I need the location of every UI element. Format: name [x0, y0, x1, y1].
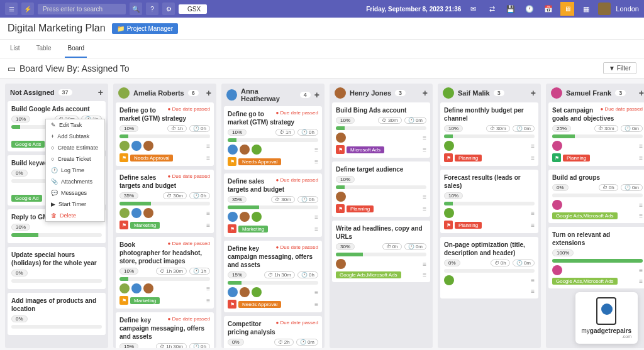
context-menu-item[interactable]: 💬Messages — [46, 187, 104, 199]
card-menu-icon[interactable]: ≡ — [639, 143, 643, 150]
card-menu-icon[interactable]: ≡ — [639, 155, 643, 161]
duration-pill: ⏱ 0h — [382, 243, 402, 250]
card-menu-icon[interactable]: ≡ — [314, 301, 318, 308]
card-menu-icon[interactable]: ≡ — [314, 226, 318, 232]
add-card-button[interactable]: + — [314, 90, 319, 100]
stock-ticker-button[interactable]: GSX — [179, 4, 207, 14]
card-menu-icon[interactable]: ≡ — [206, 143, 210, 150]
task-card[interactable]: Define monthly budget per channel10%⏱ 30… — [440, 102, 538, 166]
board-column: Anna Heatherway4+● Due date passedDefine… — [221, 84, 325, 348]
search-icon[interactable]: 🔍 — [130, 3, 142, 15]
card-menu-icon[interactable]: ≡ — [314, 146, 318, 153]
filter-button[interactable]: ▼ Filter — [603, 62, 636, 74]
column-header: Samuel Frank3+ — [546, 84, 644, 102]
calendar-icon[interactable]: 📅 — [541, 2, 555, 16]
assignee-avatar — [552, 200, 562, 210]
card-menu-icon[interactable]: ≡ — [531, 288, 535, 295]
context-menu-item[interactable]: ✎Edit Task — [46, 119, 104, 131]
save-icon[interactable]: 💾 — [504, 2, 518, 16]
view-label: Board View By: Assigned To — [19, 63, 130, 74]
task-card[interactable]: On-page optimization (title, description… — [440, 237, 538, 298]
add-card-button[interactable]: + — [639, 88, 644, 98]
flag-icon: ⚑ — [119, 296, 128, 305]
task-card[interactable]: ● Due date passedDefine sales targets an… — [224, 173, 322, 237]
context-menu-item[interactable]: 🕐Log Time — [46, 165, 104, 176]
task-card[interactable]: ● Due date passedSet campaign goals and … — [548, 102, 644, 166]
task-card[interactable]: Write ad headlines, copy and URLs30%⏱ 0h… — [332, 221, 430, 282]
board-column: Amelia Roberts6+● Due date passedDefine … — [113, 84, 216, 348]
add-card-button[interactable]: + — [98, 87, 103, 97]
bolt-icon[interactable]: ⚡ — [21, 3, 34, 15]
card-menu-icon[interactable]: ≡ — [423, 271, 426, 278]
task-card[interactable]: Build ad groups0%⏱ 0h🕐 0m≡Google Ads,Mic… — [548, 170, 644, 223]
card-footer: ≡ — [228, 287, 318, 297]
card-menu-icon[interactable]: ≡ — [639, 267, 643, 274]
card-menu-icon[interactable]: ≡ — [314, 158, 318, 165]
context-menu-item[interactable]: ▶Start Timer — [46, 199, 104, 210]
card-menu-icon[interactable]: ≡ — [423, 134, 426, 141]
tab-board[interactable]: Board — [65, 40, 87, 58]
task-card[interactable]: ● Due date passedDefine key campaign mes… — [224, 241, 322, 312]
task-card[interactable]: Build Bing Ads account10%⏱ 30m🕐 0m≡⚑Micr… — [332, 102, 430, 158]
task-card[interactable]: Define target audience10%≡⚑Planning≡ — [332, 161, 430, 217]
card-menu-icon[interactable]: ≡ — [423, 205, 426, 212]
global-search-input[interactable] — [38, 4, 126, 14]
time-icon[interactable]: 🕐 — [523, 2, 536, 16]
card-menu-icon[interactable]: ≡ — [206, 297, 210, 304]
task-card[interactable]: Build Google Ads account10%⏱ 30m🕐 1h≡Goo… — [8, 101, 106, 151]
task-card[interactable]: Add images of products and location0% — [8, 293, 106, 335]
project-manager-button[interactable]: 📁 Project Manager — [112, 23, 178, 34]
card-menu-icon[interactable]: ≡ — [423, 146, 426, 153]
card-menu-icon[interactable]: ≡ — [206, 285, 210, 292]
context-menu-item[interactable]: ○Create Ticket — [46, 153, 104, 165]
task-card[interactable]: Turn on relevant ad extensions100%≡Googl… — [548, 227, 644, 288]
context-menu-item[interactable]: ○Create Estimate — [46, 142, 104, 153]
card-menu-icon[interactable]: ≡ — [639, 278, 643, 285]
user-avatar[interactable] — [598, 3, 611, 15]
task-card[interactable]: Forecast results (leads or sales)10%≡⚑Pl… — [440, 170, 538, 233]
duration-pill: ⏱ 30m — [378, 117, 402, 124]
task-card[interactable]: ● Due date passedCompetitor pricing anal… — [224, 316, 322, 348]
assignee-avatar — [240, 287, 250, 297]
card-menu-icon[interactable]: ≡ — [531, 210, 535, 217]
card-menu-icon[interactable]: ≡ — [423, 194, 426, 200]
card-menu-icon[interactable]: ≡ — [531, 155, 535, 161]
column-title: Samuel Frank — [566, 89, 611, 97]
help-icon[interactable]: ? — [146, 3, 158, 15]
card-menu-icon[interactable]: ≡ — [206, 210, 210, 217]
context-menu-item[interactable]: 📎Attachments — [46, 176, 104, 187]
card-menu-icon[interactable]: ≡ — [639, 212, 643, 219]
grid-icon[interactable]: ▦ — [579, 2, 593, 16]
column-count: 3 — [615, 90, 626, 96]
menu-icon[interactable]: ☰ — [5, 3, 18, 15]
card-menu-icon[interactable]: ≡ — [206, 222, 210, 229]
task-card[interactable]: Update special hours (holidays) for the … — [8, 247, 106, 289]
task-card[interactable]: ● Due date passedDefine key campaign mes… — [116, 312, 214, 348]
share-icon[interactable]: ⇄ — [485, 2, 499, 16]
task-card[interactable]: ● Due date passedDefine go to market (GT… — [116, 102, 214, 166]
card-menu-icon[interactable]: ≡ — [531, 277, 535, 284]
card-menu-icon[interactable]: ≡ — [314, 214, 318, 221]
task-card[interactable]: ● Due date passedBook photographer for h… — [116, 237, 214, 309]
add-card-button[interactable]: + — [531, 88, 536, 98]
datetime-label: Friday, September 8, 2023 21:36 — [366, 6, 461, 13]
card-menu-icon[interactable]: ≡ — [423, 261, 426, 268]
progress-bar — [228, 138, 318, 142]
gear-icon[interactable]: ⚙ — [162, 3, 175, 15]
card-menu-icon[interactable]: ≡ — [206, 155, 210, 161]
task-card[interactable]: ● Due date passedDefine sales targets an… — [116, 170, 214, 233]
monitor-icon[interactable]: 🖥 — [560, 2, 574, 16]
mail-icon[interactable]: ✉ — [466, 2, 480, 16]
add-card-button[interactable]: + — [206, 88, 211, 98]
context-menu-item[interactable]: 🗑Delete — [46, 210, 104, 221]
task-card[interactable]: ● Due date passedDefine go to market (GT… — [224, 106, 322, 170]
tab-list[interactable]: List — [8, 40, 23, 58]
card-menu-icon[interactable]: ≡ — [314, 289, 318, 296]
tag-badge: Planning — [455, 222, 482, 229]
card-menu-icon[interactable]: ≡ — [639, 202, 643, 209]
context-menu-item[interactable]: +Add Subtask — [46, 131, 104, 142]
tab-table[interactable]: Table — [34, 40, 54, 58]
card-menu-icon[interactable]: ≡ — [531, 222, 535, 229]
card-menu-icon[interactable]: ≡ — [531, 143, 535, 150]
add-card-button[interactable]: + — [423, 88, 428, 98]
